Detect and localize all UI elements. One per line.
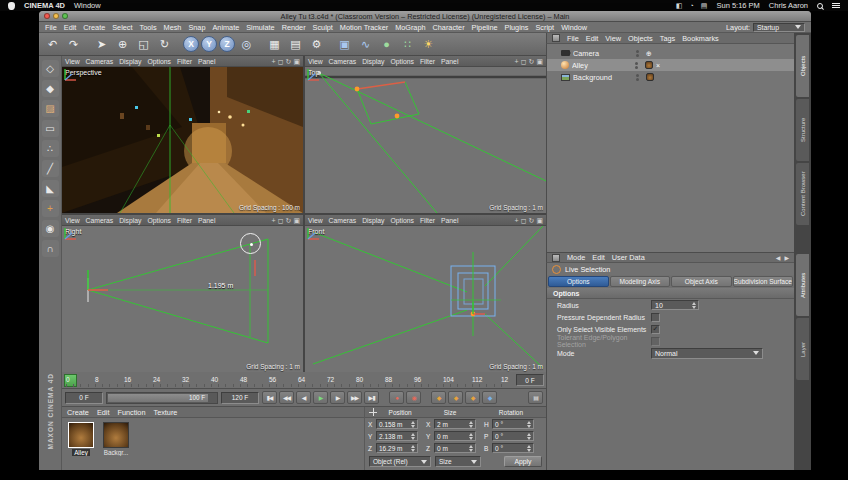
maximize-view-icon[interactable]: ▣: [293, 58, 300, 65]
spotlight-icon[interactable]: [817, 3, 823, 9]
menu-pipeline[interactable]: Pipeline: [472, 23, 498, 32]
rotation-h-field[interactable]: 0 °: [492, 419, 534, 429]
menu-sculpt[interactable]: Sculpt: [313, 23, 333, 32]
menu-file[interactable]: File: [45, 23, 57, 32]
viewport-top-canvas[interactable]: Top Grid Spacing : 1 m: [305, 67, 546, 213]
vp-menu-options[interactable]: Options: [390, 217, 413, 224]
am-menu-mode[interactable]: Mode: [567, 253, 585, 262]
history-forward-icon[interactable]: ▶: [784, 254, 789, 261]
key-scale-icon[interactable]: ◆: [448, 391, 463, 404]
vp-menu-view[interactable]: View: [308, 58, 323, 65]
pan-view-icon[interactable]: +: [272, 217, 276, 224]
rotation-b-field[interactable]: 0 °: [492, 443, 534, 453]
side-tab-content-browser[interactable]: Content Browser: [796, 163, 809, 225]
vp-menu-filter[interactable]: Filter: [177, 217, 192, 224]
vp-menu-filter[interactable]: Filter: [420, 217, 435, 224]
only-select-visible-checkbox[interactable]: ✓: [651, 325, 660, 334]
menu-render[interactable]: Render: [282, 23, 306, 32]
zoom-button[interactable]: [62, 13, 68, 19]
vp-menu-panel[interactable]: Panel: [198, 58, 215, 65]
position-z-field[interactable]: 16.29 m: [376, 443, 418, 453]
vp-menu-cameras[interactable]: Cameras: [329, 217, 357, 224]
vp-menu-display[interactable]: Display: [119, 58, 141, 65]
history-back-icon[interactable]: ◀: [776, 254, 781, 261]
vp-menu-view[interactable]: View: [65, 217, 80, 224]
texture-tag-icon[interactable]: [646, 73, 654, 81]
tag-x-icon[interactable]: ×: [656, 62, 660, 69]
status-display-icon[interactable]: ◧: [676, 2, 683, 10]
mat-menu-function[interactable]: Function: [117, 408, 145, 417]
rotate-icon[interactable]: ↻: [155, 35, 174, 54]
vp-menu-display[interactable]: Display: [119, 217, 141, 224]
window-titlebar[interactable]: Alley Tu t3.c4d * (Classroom Version – R…: [39, 11, 811, 22]
autokey-icon[interactable]: ◉: [406, 391, 421, 404]
tolerant-selection-checkbox[interactable]: [651, 337, 660, 346]
menu-select[interactable]: Select: [112, 23, 132, 32]
material-alley[interactable]: Alley: [66, 422, 96, 456]
minimize-button[interactable]: [53, 13, 59, 19]
visibility-dots-icon[interactable]: [636, 74, 639, 81]
side-tab-structure[interactable]: Structure: [796, 99, 809, 161]
coordinate-mode-dropdown[interactable]: Object (Rel): [369, 456, 431, 467]
menu-character[interactable]: Character: [433, 23, 465, 32]
vp-menu-view[interactable]: View: [65, 58, 80, 65]
visibility-dots-icon[interactable]: [635, 62, 638, 69]
am-menu-user-data[interactable]: User Data: [612, 253, 645, 262]
menu-mograph[interactable]: MoGraph: [395, 23, 425, 32]
size-z-field[interactable]: 0 m: [434, 443, 476, 453]
close-button[interactable]: [44, 13, 50, 19]
redo-icon[interactable]: ↷: [64, 35, 83, 54]
om-menu-tags[interactable]: Tags: [660, 34, 675, 43]
options-section-header[interactable]: Options: [547, 288, 794, 299]
maximize-view-icon[interactable]: ▣: [536, 58, 543, 65]
position-y-field[interactable]: 2.138 m: [376, 431, 418, 441]
current-frame-field[interactable]: 0 F: [65, 392, 103, 404]
record-icon[interactable]: ●: [389, 391, 404, 404]
key-rotation-icon[interactable]: ◆: [465, 391, 480, 404]
side-tab-attributes[interactable]: Attributes: [796, 254, 809, 316]
object-row-camera[interactable]: Camera ⊕: [547, 47, 794, 59]
timeline-ruler[interactable]: 08162432404856647280889610411212 0 F: [62, 372, 546, 389]
points-mode-icon[interactable]: ∴: [42, 140, 59, 157]
timeline-scrollbar-handle[interactable]: 100 F: [108, 394, 208, 402]
status-list-icon[interactable]: ▤: [701, 2, 708, 10]
om-menu-file[interactable]: File: [567, 34, 579, 43]
menu-mesh[interactable]: Mesh: [164, 23, 182, 32]
viewport-front-canvas[interactable]: Front Grid Spacing : 1 m: [305, 226, 546, 372]
zoom-view-icon[interactable]: ◻: [521, 217, 527, 224]
side-tab-layer[interactable]: Layer: [796, 318, 809, 380]
vp-menu-cameras[interactable]: Cameras: [86, 217, 114, 224]
enable-axis-icon[interactable]: +: [42, 200, 59, 217]
vp-menu-filter[interactable]: Filter: [177, 58, 192, 65]
om-menu-objects[interactable]: Objects: [628, 34, 653, 43]
key-parameter-icon[interactable]: ◆: [482, 391, 497, 404]
vp-menu-options[interactable]: Options: [147, 58, 170, 65]
orbit-view-icon[interactable]: ↻: [286, 217, 292, 224]
tab-modeling-axis[interactable]: Modeling Axis: [610, 276, 671, 287]
am-menu-edit[interactable]: Edit: [592, 253, 605, 262]
om-menu-view[interactable]: View: [605, 34, 621, 43]
add-mograph-icon[interactable]: ∷: [398, 35, 417, 54]
add-cube-icon[interactable]: ▣: [335, 35, 354, 54]
object-row-background[interactable]: Background: [547, 71, 794, 83]
material-thumbnail[interactable]: [68, 422, 94, 448]
render-view-icon[interactable]: ▦: [265, 35, 284, 54]
radius-field[interactable]: 10: [651, 300, 699, 310]
zoom-view-icon[interactable]: ◻: [521, 58, 527, 65]
lock-y-icon[interactable]: Y: [201, 36, 217, 52]
menu-plugins[interactable]: Plugins: [505, 23, 529, 32]
material-backgr[interactable]: Backgr...: [101, 422, 131, 456]
ruler-end-field[interactable]: 0 F: [516, 374, 544, 386]
menu-script[interactable]: Script: [536, 23, 555, 32]
rotation-p-field[interactable]: 0 °: [492, 431, 534, 441]
vp-menu-panel[interactable]: Panel: [198, 217, 215, 224]
vp-menu-panel[interactable]: Panel: [441, 217, 458, 224]
vp-menu-cameras[interactable]: Cameras: [86, 58, 114, 65]
layout-dropdown[interactable]: Startup: [753, 23, 805, 32]
selection-mode-dropdown[interactable]: Normal: [651, 348, 763, 359]
size-mode-dropdown[interactable]: Size: [435, 456, 481, 467]
zoom-view-icon[interactable]: ◻: [278, 58, 284, 65]
goto-end-icon[interactable]: ▶▮: [364, 391, 379, 404]
side-tab-objects[interactable]: Objects: [796, 35, 809, 97]
lock-x-icon[interactable]: X: [183, 36, 199, 52]
